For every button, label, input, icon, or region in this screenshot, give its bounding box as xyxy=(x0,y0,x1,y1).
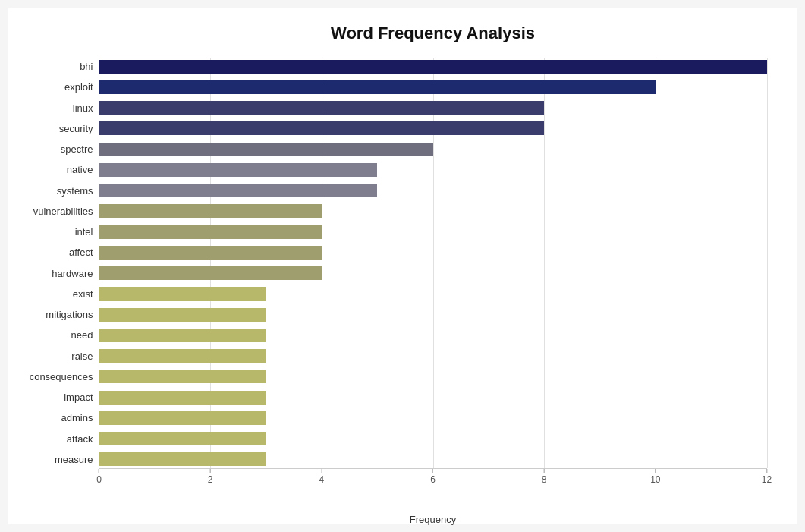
bar-row: systems xyxy=(99,182,767,199)
bar-row: intel xyxy=(99,224,767,241)
x-tick-label: 12 xyxy=(762,474,772,485)
bar xyxy=(99,349,266,363)
grid-line xyxy=(767,58,768,468)
bar-row: exist xyxy=(99,285,767,302)
bar-row: attack xyxy=(99,430,767,447)
bar-label: intel xyxy=(10,226,93,238)
bar-label: vulnerabilities xyxy=(10,206,93,217)
x-axis-label: Frequency xyxy=(99,514,767,525)
bar-label: linux xyxy=(10,102,93,114)
x-tick-line xyxy=(655,469,656,473)
bar-label: admins xyxy=(10,412,93,423)
bar-row: need xyxy=(99,327,767,344)
x-axis: 024681012 xyxy=(99,468,767,499)
bar-row: bhi xyxy=(99,58,767,75)
bar xyxy=(99,225,322,239)
bar xyxy=(99,370,266,383)
x-tick-label: 10 xyxy=(650,474,660,485)
x-tick: 0 xyxy=(96,469,102,485)
bar-label: spectre xyxy=(10,143,93,155)
bar-row: mitigations xyxy=(99,307,767,323)
bar-label: need xyxy=(10,329,93,341)
bar-label: exploit xyxy=(10,81,93,93)
bar-label: bhi xyxy=(10,61,93,72)
x-tick-label: 6 xyxy=(430,474,436,485)
bar-row: consequences xyxy=(99,368,767,385)
bar xyxy=(99,60,767,74)
bar xyxy=(99,121,545,135)
bar-row: native xyxy=(99,162,767,178)
bar xyxy=(99,163,378,177)
bar-row: impact xyxy=(99,389,767,406)
x-tick: 8 xyxy=(542,469,547,485)
bar xyxy=(99,391,266,405)
x-tick: 12 xyxy=(762,469,772,485)
x-tick: 4 xyxy=(319,469,324,485)
x-tick-line xyxy=(544,469,545,473)
bar-label: exist xyxy=(10,288,93,300)
x-tick-line xyxy=(321,469,322,473)
bar xyxy=(99,287,266,301)
bar-label: measure xyxy=(10,454,93,465)
bar xyxy=(99,329,266,342)
x-tick-line xyxy=(766,469,767,473)
x-tick-line xyxy=(99,469,99,473)
bar-label: raise xyxy=(10,351,93,362)
bar xyxy=(99,184,378,197)
bar-label: native xyxy=(10,164,93,175)
bar xyxy=(99,308,266,322)
bar xyxy=(99,80,656,94)
bar xyxy=(99,266,322,280)
bar-row: measure xyxy=(99,451,767,467)
chart-title: Word Frequency Analysis xyxy=(99,24,767,43)
bar xyxy=(99,143,433,156)
bar-row: exploit xyxy=(99,79,767,96)
x-tick: 2 xyxy=(208,469,213,485)
bar-row: admins xyxy=(99,410,767,427)
x-tick-label: 4 xyxy=(319,474,324,485)
chart-area: bhiexploitlinuxsecurityspectrenativesyst… xyxy=(99,58,767,499)
bar-row: hardware xyxy=(99,265,767,282)
x-tick: 10 xyxy=(650,469,660,485)
bar-row: linux xyxy=(99,99,767,116)
bar-label: mitigations xyxy=(10,309,93,320)
bars-wrapper: bhiexploitlinuxsecurityspectrenativesyst… xyxy=(99,58,767,468)
bar xyxy=(99,204,322,218)
bar-label: affect xyxy=(10,247,93,258)
bar xyxy=(99,101,545,115)
chart-container: Word Frequency Analysis bhiexploitlinuxs… xyxy=(8,8,797,524)
bar-row: raise xyxy=(99,348,767,364)
bar-row: vulnerabilities xyxy=(99,203,767,219)
bar xyxy=(99,246,322,260)
bar-label: hardware xyxy=(10,268,93,279)
bar-row: security xyxy=(99,120,767,137)
x-tick: 6 xyxy=(430,469,436,485)
bar-label: security xyxy=(10,123,93,134)
bar xyxy=(99,411,266,425)
x-tick-label: 8 xyxy=(542,474,547,485)
bar-label: attack xyxy=(10,433,93,445)
bar-row: spectre xyxy=(99,141,767,158)
x-tick-line xyxy=(210,469,211,473)
bar-row: affect xyxy=(99,244,767,261)
x-tick-line xyxy=(432,469,433,473)
bar-label: systems xyxy=(10,185,93,197)
bar-label: consequences xyxy=(10,371,93,382)
x-tick-label: 0 xyxy=(96,474,102,485)
bar xyxy=(99,452,266,466)
x-tick-label: 2 xyxy=(208,474,213,485)
bar-label: impact xyxy=(10,392,93,403)
bar xyxy=(99,432,266,445)
